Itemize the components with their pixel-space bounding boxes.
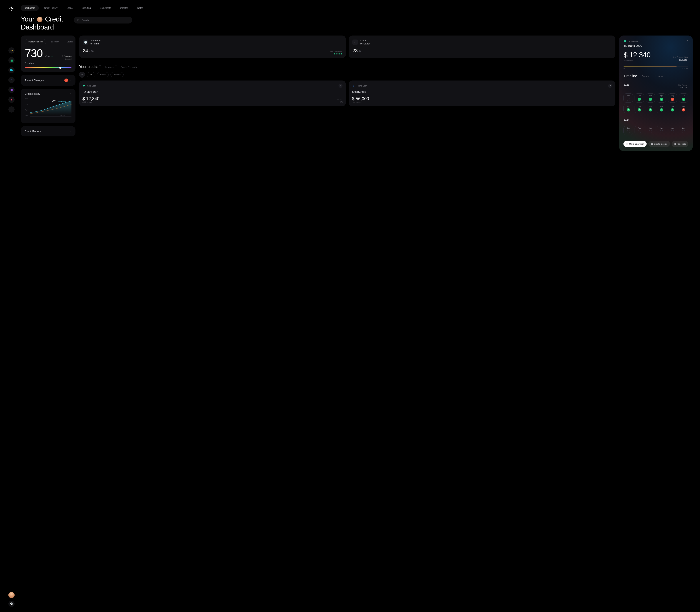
rail-student-icon[interactable]: ▼ (9, 97, 15, 103)
bureau-tab-transunion[interactable]: Transunion Score (25, 39, 46, 44)
nav-disputing[interactable]: Disputing (78, 5, 94, 11)
rail-more-button[interactable]: ⌄ (9, 106, 15, 113)
month-cell[interactable]: Sep✓ (646, 104, 655, 113)
month-label: Jun (682, 127, 685, 129)
month-cell[interactable]: Jan (623, 94, 633, 102)
nav-documents[interactable]: Documents (96, 5, 115, 11)
month-cell[interactable]: Jan (623, 126, 633, 135)
nav-notes[interactable]: Notes (134, 5, 147, 11)
create-dispute-button[interactable]: ⚖ Create Dispute (648, 141, 670, 147)
month-cell[interactable]: May✕ (668, 94, 677, 102)
progress-max: $15,000 (682, 67, 688, 69)
recent-changes-title: Recent Changes (25, 79, 63, 82)
drawer-tab-timeline[interactable]: Timeline (623, 74, 637, 78)
recent-count-badge: 2 (64, 79, 68, 82)
expand-icon[interactable]: ↗ (338, 84, 342, 88)
credit-factors-card[interactable]: Credit Factors ⌄ (21, 126, 76, 136)
calculate-button[interactable]: ▦ Calculate (672, 141, 688, 147)
check-icon: ✓ (638, 108, 641, 111)
month-cell[interactable]: Apr (657, 126, 666, 135)
progress-min: $0 (623, 67, 625, 69)
empty-dot (660, 130, 663, 133)
clock-icon: 🕓 (83, 40, 88, 45)
check-icon: ✓ (649, 98, 652, 101)
rail-home-icon[interactable]: ⌂ (9, 77, 15, 83)
chart-callout: 720TransUnion (52, 100, 66, 102)
month-cell[interactable]: Oct✓ (657, 104, 666, 113)
payments-stat-name: Paymentson Time (91, 39, 101, 45)
month-label: Feb (638, 127, 641, 129)
score-rating: Excellent (25, 62, 71, 65)
svg-point-0 (78, 19, 79, 21)
nav-credit-history[interactable]: Credit History (41, 5, 61, 11)
nav-dashboard[interactable]: Dashboard (21, 5, 39, 11)
drawer-tab-updates[interactable]: Updates (654, 75, 663, 78)
filter-inactive[interactable]: Inactive (110, 72, 124, 77)
month-cell[interactable]: May (668, 126, 677, 135)
loan-card-smartcredit[interactable]: ⌂ Home Loan ↗ SmartCredit $ 56,000 Paid … (349, 81, 616, 106)
month-cell[interactable]: Feb (635, 126, 644, 135)
your-credits-tab[interactable]: Your credits12 (79, 65, 100, 69)
sort-button[interactable]: ⇅ (79, 72, 85, 78)
empty-dot (627, 130, 630, 133)
expand-icon[interactable]: ↗ (608, 84, 612, 88)
inquiries-tab[interactable]: Inquiries24 (105, 66, 116, 69)
close-icon[interactable]: ✕ (685, 39, 689, 43)
month-cell[interactable]: Feb✓ (635, 94, 644, 102)
filter-active[interactable]: Active (97, 72, 109, 77)
chat-icon[interactable]: 💬 (9, 601, 15, 607)
bureau-tab-equifax[interactable]: Equifax (64, 39, 76, 44)
timeline-year: 2023 (623, 83, 629, 86)
utilization-stat-name: CreditUtilization (360, 39, 370, 45)
chevron-up-icon[interactable]: ⌃ (70, 93, 71, 95)
make-payment-button[interactable]: ▭ Make a payment (623, 141, 646, 147)
month-cell[interactable]: Aug✓ (635, 104, 644, 113)
filter-all[interactable]: All (87, 72, 95, 77)
loan-detail-drawer: ✕ ⛟ Auto Loan TD Bank USA $ 12,340 Paid … (619, 36, 693, 151)
page-title: Your Credit Dashboard (21, 15, 63, 31)
empty-dot (649, 130, 652, 133)
month-label: Jan (627, 95, 630, 97)
month-cell[interactable]: Jul✓ (623, 104, 633, 113)
month-cell[interactable]: Jun✓ (679, 94, 688, 102)
score-updated: 5 Days ago Updated (62, 55, 71, 60)
user-avatar[interactable] (9, 592, 15, 598)
recent-changes-card[interactable]: Recent Changes 2 ⌄ (21, 75, 76, 86)
rail-credit-card-icon[interactable]: ▭ (9, 47, 15, 54)
loan-progress: $0 $15,000 (623, 66, 688, 69)
month-cell[interactable]: Mar (646, 126, 655, 135)
month-label: Nov (671, 105, 674, 107)
timeline-year: 2024 (623, 118, 629, 121)
check-icon: ✓ (660, 98, 663, 101)
credit-history-card: Credit History ⌃ 730 720 710 700 (21, 89, 76, 123)
public-records-tab[interactable]: Public Records (121, 66, 136, 69)
loan-category: Home Loan (357, 85, 367, 87)
rail-cash-icon[interactable]: ◧ (9, 57, 15, 64)
car-icon: ⛟ (623, 40, 627, 43)
check-icon: ✓ (671, 108, 674, 111)
month-label: Aug (638, 105, 641, 107)
payments-on-time-card[interactable]: 🕓 Paymentson Time 24 / 38 Last 5 payment… (79, 36, 346, 58)
month-cell[interactable]: Dec✕ (679, 104, 688, 113)
nav-loans[interactable]: Loans (63, 5, 76, 11)
search-input[interactable]: Search (74, 17, 132, 24)
month-cell[interactable]: Apr✓ (657, 94, 666, 102)
rail-car-icon[interactable]: ⛟ (9, 67, 15, 73)
rail-bag-icon[interactable]: ▣ (9, 87, 15, 93)
nav-updates[interactable]: Updates (117, 5, 132, 11)
credit-utilization-card[interactable]: ▭ CreditUtilization 23 % (349, 36, 616, 58)
month-cell[interactable]: Mar✓ (646, 94, 655, 102)
empty-dot (627, 98, 630, 101)
bureau-tab-experian[interactable]: Experian (48, 39, 62, 44)
month-label: Feb (638, 95, 641, 97)
month-cell[interactable]: Jun (679, 126, 688, 135)
month-cell[interactable]: Nov✓ (668, 104, 677, 113)
score-value: 730 (25, 47, 42, 59)
loan-card-td-bank[interactable]: ⛟ Auto Loan ↗ TD Bank USA $ 12,340 Paid … (79, 81, 346, 106)
left-rail: ▭ ◧ ⛟ ⌂ ▣ ▼ ⌄ 💬 (7, 5, 16, 607)
check-icon: ✓ (627, 108, 630, 111)
score-spectrum (25, 67, 71, 68)
month-label: Oct (660, 105, 663, 107)
search-placeholder: Search (82, 19, 89, 22)
drawer-tab-details[interactable]: Details (642, 75, 649, 78)
